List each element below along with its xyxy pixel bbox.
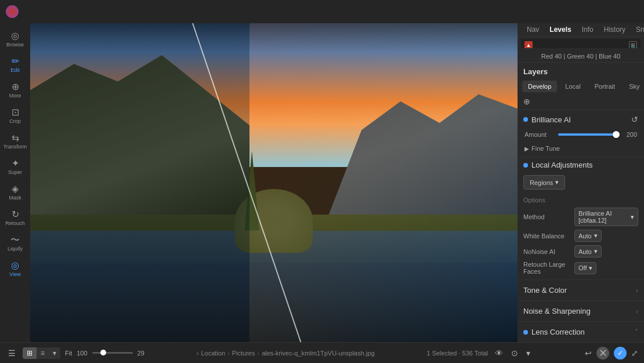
amount-slider-track[interactable]	[558, 133, 616, 136]
wb-row: White Balance Auto ▾	[518, 228, 644, 244]
retouch-icon: ↻	[12, 210, 19, 219]
view-label: View	[9, 271, 20, 277]
regions-row: Regions ▾	[518, 173, 644, 194]
expand-button[interactable]: ⤢	[631, 349, 638, 358]
method-chevron-icon: ▾	[631, 213, 634, 221]
transform-icon: ⇆	[12, 133, 19, 143]
histogram: ▲ ⊞	[521, 39, 641, 48]
bottom-menu-button[interactable]: ☰	[6, 346, 18, 360]
tab-info[interactable]: Info	[577, 23, 598, 36]
view-icon: ◎	[11, 261, 19, 270]
nonoise-label: NoNoise AI	[523, 248, 570, 255]
tab-history[interactable]: History	[599, 23, 630, 36]
breadcrumb-location-label: Location	[201, 350, 225, 357]
breadcrumb-pictures-label: Pictures	[232, 350, 255, 357]
browse-icon: ◎	[11, 31, 19, 41]
breadcrumb-separator: ›	[227, 350, 230, 357]
list-view-button[interactable]: ≡	[37, 347, 49, 359]
browse-label: Browse	[6, 42, 24, 48]
mask-icon: ◈	[12, 184, 19, 194]
cancel-button[interactable]: ✕	[596, 347, 609, 360]
grid-view-button[interactable]: ⊞	[23, 347, 37, 359]
fine-tune-row[interactable]: ▶ Fine Tune	[518, 143, 644, 157]
histogram-tabs: Nav Levels Info History Snapshots	[518, 23, 644, 37]
crop-icon: ⊡	[12, 108, 19, 117]
noise-sharpening-title: Noise & Sharpening	[523, 307, 632, 315]
fine-tune-label: ▶ Fine Tune	[524, 145, 637, 152]
right-panel: Nav Levels Info History Snapshots ▲ ⊞ Re…	[518, 23, 644, 342]
tool-liquify[interactable]: 〜 Liquify	[2, 232, 28, 255]
layer-add-icon[interactable]: ⊕	[523, 97, 530, 106]
liquify-icon: 〜	[10, 235, 20, 245]
tone-color-section: Tone & Color ›	[518, 279, 644, 300]
before-overlay	[30, 23, 249, 342]
mask-label: Mask	[9, 195, 21, 201]
zoom-thumb	[100, 350, 106, 355]
edit-label: Edit	[10, 67, 20, 73]
tab-snapshots[interactable]: Snapshots	[631, 23, 644, 36]
noise-sharpening-header[interactable]: Noise & Sharpening ›	[518, 301, 644, 321]
main-layout: ◎ Browse ✏ Edit ⊕ More ⊡ Crop ⇆ Transfor…	[0, 23, 644, 342]
method-select[interactable]: Brilliance AI [cbfaa.12] ▾	[574, 208, 638, 226]
local-adjustments-header[interactable]: Local Adjustments	[518, 157, 644, 173]
layer-controls: ⊕	[518, 96, 644, 110]
brilliance-ai-section: Brilliance AI ↺ Amount 200 ▶ Fine Tune	[518, 110, 644, 157]
brilliance-ai-header[interactable]: Brilliance AI ↺	[518, 110, 644, 129]
tool-transform[interactable]: ⇆ Transform	[2, 130, 28, 153]
tool-browse[interactable]: ◎ Browse	[2, 28, 28, 51]
histogram-graph	[521, 39, 641, 48]
lens-correction-chevron: ˅	[635, 328, 638, 336]
brilliance-ai-title: Brilliance AI	[531, 115, 628, 124]
lens-correction-header[interactable]: Lens Correction ˅	[518, 322, 644, 342]
tool-super[interactable]: ✦ Super	[2, 155, 28, 179]
tool-more[interactable]: ⊕ More	[2, 79, 28, 102]
more-icon: ⊕	[12, 82, 19, 92]
tab-nav[interactable]: Nav	[522, 23, 544, 36]
undo-button[interactable]: ↩	[585, 349, 592, 358]
amount-label: Amount	[524, 131, 553, 138]
tone-color-chevron: ›	[636, 286, 638, 295]
tab-levels[interactable]: Levels	[545, 23, 576, 36]
super-label: Super	[8, 169, 22, 175]
eye-icon[interactable]: 👁	[493, 346, 505, 360]
amount-slider-row: Amount 200	[518, 129, 644, 143]
regions-button[interactable]: Regions ▾	[523, 175, 565, 190]
wb-chevron-icon: ▾	[594, 232, 598, 239]
tone-color-header[interactable]: Tone & Color ›	[518, 280, 644, 300]
tool-view[interactable]: ◎ View	[2, 257, 28, 281]
fit-label: Fit	[65, 350, 72, 357]
view-chevron-button[interactable]: ▾	[49, 347, 60, 359]
nonoise-select[interactable]: Auto ▾	[574, 245, 602, 257]
top-bar	[0, 0, 644, 23]
tone-color-title: Tone & Color	[523, 286, 632, 295]
bottom-icons: 👁 ⊙ ▾	[493, 346, 533, 360]
breadcrumb-separator-2: ›	[257, 350, 259, 357]
tool-crop[interactable]: ⊡ Crop	[2, 104, 28, 128]
retouch-select[interactable]: Off ▾	[574, 262, 596, 274]
brilliance-ai-reset[interactable]: ↺	[631, 115, 638, 124]
more-icon[interactable]: ▾	[524, 346, 533, 360]
sub-tabs: Develop Local Portrait Sky Effects ↺	[518, 81, 644, 96]
crop-label: Crop	[9, 118, 21, 124]
lens-correction-section: Lens Correction ˅	[518, 321, 644, 342]
subtab-develop[interactable]: Develop	[522, 81, 557, 92]
subtab-local[interactable]: Local	[559, 81, 586, 92]
tool-retouch[interactable]: ↻ Retouch	[2, 206, 28, 230]
canvas-area[interactable]	[30, 23, 518, 342]
subtab-portrait[interactable]: Portrait	[589, 81, 621, 92]
retouch-row: Retouch Large Faces Off ▾	[518, 259, 644, 279]
ok-button[interactable]: ✓	[614, 347, 627, 360]
zoom-slider[interactable]	[92, 352, 133, 354]
subtab-sky[interactable]: Sky	[623, 81, 644, 92]
regions-chevron-icon: ▾	[555, 179, 559, 186]
edit-icon: ✏	[12, 57, 19, 66]
camera-icon[interactable]: ⊙	[509, 346, 520, 360]
histogram-options-icon[interactable]: ⊞	[629, 41, 637, 48]
tool-edit[interactable]: ✏ Edit	[2, 53, 28, 77]
amount-slider-fill	[558, 133, 616, 136]
tool-mask[interactable]: ◈ Mask	[2, 181, 28, 204]
photo-background	[30, 23, 518, 342]
amount-slider-thumb[interactable]	[613, 131, 620, 138]
wb-select[interactable]: Auto ▾	[574, 230, 602, 242]
retouch-chevron-icon: ▾	[589, 264, 592, 272]
